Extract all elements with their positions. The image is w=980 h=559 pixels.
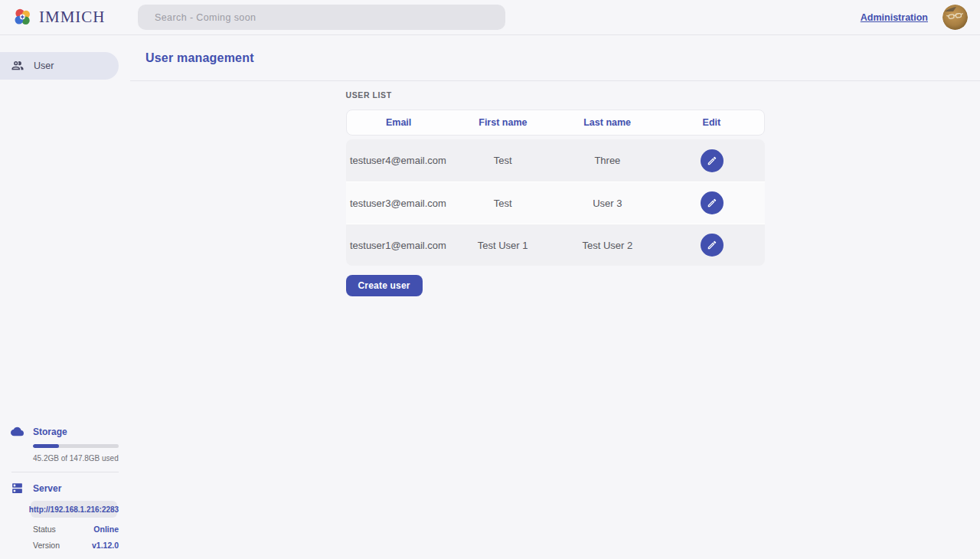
cell-email: testuser4@email.com	[346, 155, 451, 166]
sidebar-footer: Storage 45.2GB of 147.8GB used	[0, 425, 119, 550]
storage-title: Storage	[33, 427, 67, 437]
storage-progress-bar	[33, 444, 119, 448]
page-header: User management	[130, 35, 980, 81]
main-panel: User management USER LIST Email First na…	[130, 35, 980, 559]
table-row: testuser3@email.com Test User 3	[346, 181, 765, 224]
page-title: User management	[145, 51, 254, 65]
server-version-row: Version v1.12.0	[33, 541, 119, 550]
content-area: USER LIST Email First name Last name Edi…	[130, 81, 980, 559]
search-input[interactable]	[138, 5, 505, 30]
user-list-title: USER LIST	[346, 90, 765, 100]
create-user-button[interactable]: Create user	[346, 275, 423, 296]
users-icon	[11, 59, 24, 73]
cloud-icon	[11, 425, 24, 438]
edit-user-button[interactable]	[701, 149, 724, 172]
version-value: v1.12.0	[92, 541, 119, 550]
edit-user-button[interactable]	[701, 191, 724, 214]
server-status-row: Status Online	[33, 525, 119, 534]
cell-first-name: Test	[450, 155, 555, 166]
topbar: IMMICH Administration	[0, 0, 980, 35]
admin-sidebar: User Storage 45.2GB of 147.8GB	[0, 35, 130, 559]
table-header-row: Email First name Last name Edit	[346, 110, 765, 136]
column-header-last-name: Last name	[555, 117, 659, 128]
status-value: Online	[93, 525, 119, 534]
immich-app: IMMICH Administration	[0, 0, 980, 559]
column-header-edit: Edit	[659, 117, 763, 128]
user-avatar[interactable]	[942, 5, 968, 30]
version-label: Version	[33, 541, 60, 550]
cell-email: testuser1@email.com	[346, 240, 451, 251]
sidebar-item-label: User	[34, 60, 54, 71]
server-url-badge: http://192.168.1.216:2283	[31, 501, 117, 518]
sidebar-divider	[11, 472, 119, 472]
server-title: Server	[33, 483, 61, 494]
pencil-icon	[707, 198, 717, 208]
immich-flower-icon	[12, 7, 33, 28]
storage-section-header: Storage	[0, 425, 119, 438]
storage-progress-fill	[33, 444, 59, 448]
cell-first-name: Test User 1	[450, 240, 555, 251]
status-label: Status	[33, 525, 56, 534]
body-layout: User Storage 45.2GB of 147.8GB	[0, 35, 980, 559]
edit-user-button[interactable]	[701, 234, 724, 257]
column-header-first-name: First name	[451, 117, 555, 128]
server-section-header: Server	[0, 482, 119, 495]
pencil-icon	[707, 240, 717, 250]
table-body: testuser4@email.com Test Three	[346, 139, 765, 266]
cell-last-name: User 3	[555, 198, 660, 209]
table-row: testuser4@email.com Test Three	[346, 139, 765, 181]
administration-link[interactable]: Administration	[861, 12, 928, 23]
user-list: USER LIST Email First name Last name Edi…	[346, 90, 765, 266]
cell-email: testuser3@email.com	[346, 198, 451, 209]
cell-last-name: Three	[555, 155, 660, 166]
immich-logo[interactable]: IMMICH	[12, 7, 106, 28]
cell-first-name: Test	[450, 198, 555, 209]
storage-usage-text: 45.2GB of 147.8GB used	[33, 454, 119, 463]
topbar-right: Administration	[861, 5, 968, 30]
table-row: testuser1@email.com Test User 1 Test Use…	[346, 224, 765, 266]
cell-last-name: Test User 2	[555, 240, 660, 251]
sidebar-item-user[interactable]: User	[0, 52, 119, 80]
pencil-icon	[707, 155, 717, 166]
column-header-email: Email	[347, 117, 451, 128]
server-icon	[11, 482, 24, 495]
logo-wordmark: IMMICH	[39, 8, 106, 27]
